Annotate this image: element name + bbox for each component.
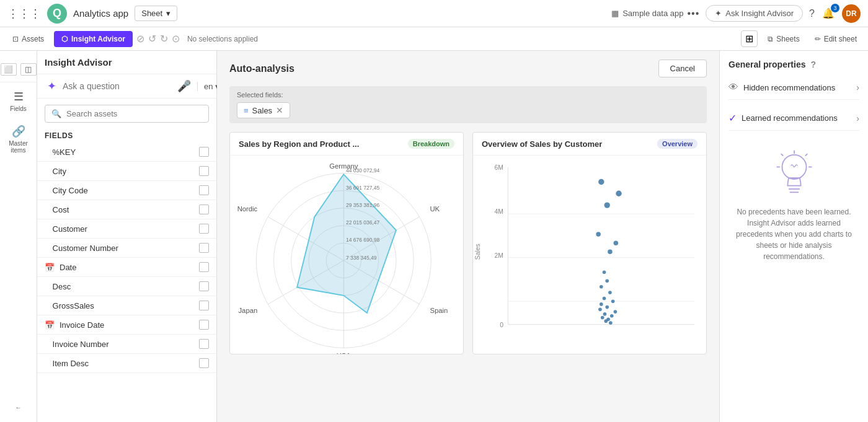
right-panel: General properties ? 👁 Hidden recommenda…	[719, 51, 868, 422]
calendar-icon: 📅	[45, 320, 55, 330]
svg-text:36 691 727,45: 36 691 727,45	[346, 185, 379, 191]
lang-select[interactable]: en ▾	[197, 82, 219, 91]
svg-line-62	[781, 154, 783, 156]
svg-text:44 030 072,94: 44 030 072,94	[346, 167, 379, 174]
field-checkbox[interactable]	[199, 166, 209, 176]
sheets-button[interactable]: ⧉ Sheets	[763, 32, 804, 46]
analysis-content: Auto-analysis Cancel Selected fields: ≡ …	[217, 51, 719, 422]
cancel-button[interactable]: Cancel	[658, 59, 707, 77]
field-item[interactable]: • GrossSales	[37, 296, 216, 315]
grid-view-icon: ⊞	[745, 33, 753, 45]
notification-icon[interactable]: 🔔 3	[822, 7, 835, 19]
field-checkbox[interactable]	[199, 281, 209, 291]
right-panel-header: General properties ?	[728, 59, 859, 69]
svg-point-38	[614, 240, 619, 245]
field-checkbox[interactable]	[199, 147, 209, 157]
svg-point-36	[604, 202, 610, 208]
field-item[interactable]: 📅 Invoice Date	[37, 315, 216, 335]
field-checkbox[interactable]	[199, 358, 209, 368]
svg-text:22 015 036,47: 22 015 036,47	[346, 219, 379, 226]
svg-text:Japan: Japan	[238, 307, 257, 314]
sheet-dropdown[interactable]: Sheet ▾	[135, 6, 177, 21]
assets-button[interactable]: ⊡ Assets	[6, 32, 50, 46]
field-checkbox[interactable]	[199, 224, 209, 234]
grid-view-button[interactable]: ⊞	[741, 30, 758, 47]
edit-icon: ✏	[815, 35, 821, 43]
selection-icon1: ⊘	[136, 33, 144, 45]
field-item[interactable]: • Customer Number	[37, 239, 216, 258]
left-panel: Insight Advisor ✦ 🎤 en ▾ 🔍 Fields • %KEY	[37, 51, 217, 422]
field-item-left: • %KEY	[45, 147, 76, 157]
search-assets-input[interactable]: 🔍	[45, 105, 209, 123]
insight-icon: ⬡	[61, 35, 68, 43]
no-precedents-text: No precedents have been learned. Insight…	[728, 206, 859, 262]
field-checkbox[interactable]	[199, 262, 209, 272]
center-right: Auto-analysis Cancel Selected fields: ≡ …	[217, 51, 868, 422]
svg-point-34	[598, 179, 604, 185]
svg-text:Spain: Spain	[430, 307, 448, 314]
selected-fields-area: Selected fields: ≡ Sales ✕	[229, 86, 707, 123]
field-checkbox[interactable]	[199, 339, 209, 349]
sidebar-item-collapse[interactable]: ←	[13, 399, 24, 416]
question-input[interactable]	[63, 81, 171, 91]
field-item[interactable]: • Customer	[37, 219, 216, 239]
field-item[interactable]: • Cost	[37, 200, 216, 219]
chart-header-2: Overview of Sales by Customer Overview	[473, 133, 706, 156]
sample-data-area[interactable]: ▦ Sample data app •••	[611, 8, 699, 19]
search-field[interactable]	[66, 109, 202, 118]
field-item[interactable]: • City	[37, 162, 216, 181]
toolbar: ⊡ Assets ⬡ Insight Advisor ⊘ ↺ ↻ ⊙ No se…	[0, 27, 868, 51]
qlik-logo: Q	[47, 4, 67, 24]
field-name: City Code	[53, 186, 88, 195]
svg-point-42	[600, 285, 603, 289]
ask-insight-button[interactable]: ✦ Ask Insight Advisor	[706, 5, 803, 22]
main-layout: ⬜ ◫ ☰ Fields 🔗 Master items ← Insight Ad…	[0, 51, 868, 422]
svg-point-39	[608, 250, 613, 255]
learned-recommendations-item[interactable]: ✓ Learned recommendations ›	[728, 106, 859, 131]
more-icon[interactable]: •••	[687, 8, 699, 19]
svg-point-49	[614, 310, 618, 314]
svg-point-45	[611, 299, 615, 303]
svg-text:2M: 2M	[495, 252, 503, 259]
help-icon[interactable]: ?	[811, 59, 817, 69]
field-item[interactable]: • %KEY	[37, 143, 216, 162]
svg-point-46	[600, 302, 603, 306]
svg-text:29 353 381,96: 29 353 381,96	[346, 202, 379, 208]
sidebar-item-master[interactable]: 🔗 Master items	[0, 120, 37, 159]
app-name: Analytics app	[73, 8, 128, 19]
fields-icon: ☰	[14, 90, 24, 103]
chart-badge-2: Overview	[657, 139, 698, 149]
hidden-recommendations-item[interactable]: 👁 Hidden recommendations ›	[728, 76, 859, 100]
svg-text:Nordic: Nordic	[237, 205, 258, 213]
eye-off-icon: 👁	[728, 82, 738, 93]
field-checkbox[interactable]	[199, 204, 209, 214]
qlik-q-icon: Q	[47, 4, 67, 24]
field-item[interactable]: 📅 Date	[37, 258, 216, 277]
svg-point-43	[608, 291, 612, 294]
field-item[interactable]: • Invoice Number	[37, 335, 216, 354]
field-item-left: • Invoice Number	[45, 340, 109, 349]
edit-sheet-button[interactable]: ✏ Edit sheet	[810, 32, 862, 46]
tag-close-button[interactable]: ✕	[276, 105, 283, 115]
mic-icon[interactable]: 🎤	[177, 79, 191, 93]
link-icon: 🔗	[12, 125, 25, 138]
lightbulb-area: No precedents have been learned. Insight…	[728, 137, 859, 275]
chart-title-1: Sales by Region and Product ...	[239, 139, 403, 149]
field-item-left: • Customer	[45, 224, 87, 234]
toggle-right-panel[interactable]: ◫	[20, 63, 37, 76]
field-item[interactable]: • Item Desc	[37, 354, 216, 373]
grid-icon[interactable]: ⋮⋮⋮	[7, 7, 41, 20]
help-icon[interactable]: ?	[809, 8, 815, 19]
selected-field-tag: ≡ Sales ✕	[237, 102, 290, 118]
field-checkbox[interactable]	[199, 243, 209, 253]
field-item[interactable]: • Desc	[37, 277, 216, 296]
field-checkbox[interactable]	[199, 185, 209, 195]
toggle-left-panel[interactable]: ⬜	[1, 63, 17, 76]
sidebar-item-fields[interactable]: ☰ Fields	[0, 85, 37, 117]
assets-icon: ⊡	[12, 35, 19, 43]
field-checkbox[interactable]	[199, 301, 209, 310]
field-checkbox[interactable]	[199, 320, 209, 330]
field-item[interactable]: • City Code	[37, 181, 216, 200]
insight-advisor-tab[interactable]: ⬡ Insight Advisor	[54, 31, 133, 47]
avatar[interactable]: DR	[842, 4, 861, 23]
